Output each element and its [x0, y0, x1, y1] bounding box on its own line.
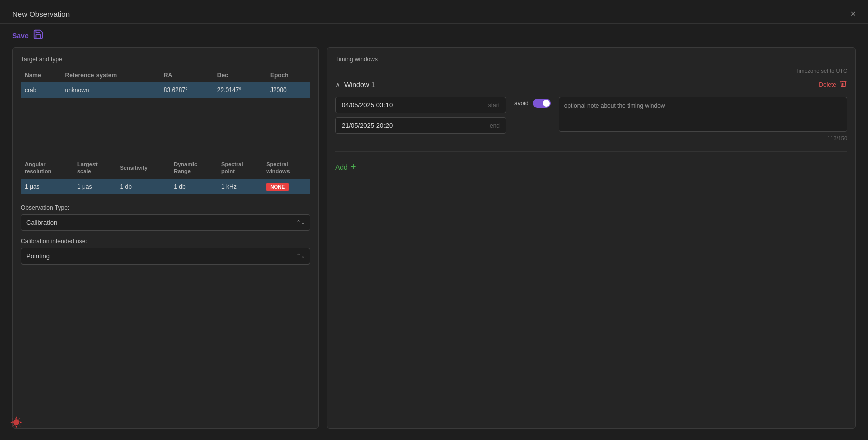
timezone-label: Timezone set to UTC: [335, 68, 847, 74]
end-datetime-value: 21/05/2025 20:20: [342, 122, 393, 129]
cap-dynamic: 1 db: [170, 179, 217, 194]
table-row[interactable]: crab unknown 83.6287° 22.0147° J2000: [21, 82, 310, 98]
svg-point-0: [13, 419, 19, 425]
col-dynamic: Dynamic Range: [170, 158, 217, 179]
end-label: end: [490, 122, 500, 129]
target-table: Name Reference system RA Dec Epoch crab …: [21, 69, 310, 98]
target-dec: 22.0147°: [213, 82, 266, 98]
start-datetime-field[interactable]: 04/05/2025 03:10 start: [335, 97, 506, 113]
target-epoch: J2000: [266, 82, 310, 98]
cap-spectral-point: 1 kHz: [217, 179, 262, 194]
main-content: Target and type Name Reference system RA…: [0, 47, 868, 437]
start-datetime-value: 04/05/2025 03:10: [342, 101, 393, 109]
char-count: 113/150: [559, 135, 847, 141]
col-angular: Angular resolution: [21, 158, 73, 179]
cap-largest: 1 μas: [73, 179, 116, 194]
calibration-use-select[interactable]: Pointing Bandpass Flux Phase: [21, 248, 310, 265]
cap-sensitivity: 1 db: [116, 179, 170, 194]
col-spectral-windows: Spectral windows: [262, 158, 310, 179]
note-textarea[interactable]: optional note about the timing window: [559, 97, 847, 132]
observation-type-wrapper: Calibration Science Technical ⌃⌄: [21, 214, 310, 231]
table-row[interactable]: 1 μas 1 μas 1 db 1 db 1 kHz NONE: [21, 179, 310, 194]
observation-type-label: Observation Type:: [21, 204, 310, 211]
window-title-area: ∧ Window 1: [335, 81, 375, 89]
add-timing-window-button[interactable]: Add +: [335, 152, 847, 172]
app-logo: [8, 414, 24, 432]
note-column: optional note about the timing window 11…: [559, 97, 847, 141]
target-ref: unknown: [61, 82, 159, 98]
avoid-column: avoid: [514, 97, 551, 108]
plus-icon: +: [351, 162, 356, 172]
add-label: Add: [335, 163, 348, 171]
save-icon[interactable]: [33, 29, 44, 42]
calibration-use-wrapper: Pointing Bandpass Flux Phase ⌃⌄: [21, 248, 310, 265]
dialog-title-bar: New Observation ×: [0, 0, 868, 24]
right-panel: Timing windows Timezone set to UTC ∧ Win…: [327, 47, 856, 429]
col-epoch: Epoch: [266, 69, 310, 82]
col-largest: Largest scale: [73, 158, 116, 179]
save-label[interactable]: Save: [12, 32, 29, 40]
calibration-use-label: Calibration intended use:: [21, 238, 310, 245]
trash-icon: [839, 80, 847, 90]
col-dec: Dec: [213, 69, 266, 82]
avoid-row: avoid: [514, 99, 551, 108]
end-datetime-field[interactable]: 21/05/2025 20:20 end: [335, 117, 506, 134]
delete-label: Delete: [819, 81, 836, 89]
col-spectral-point: Spectral point: [217, 158, 262, 179]
delete-button[interactable]: Delete: [819, 80, 847, 90]
dialog-title: New Observation: [12, 10, 70, 18]
none-badge: NONE: [266, 183, 289, 191]
logo-icon: [8, 414, 24, 430]
observation-type-select[interactable]: Calibration Science Technical: [21, 214, 310, 231]
col-ref: Reference system: [61, 69, 159, 82]
col-sensitivity: Sensitivity: [116, 158, 170, 179]
avoid-toggle[interactable]: [533, 99, 551, 108]
start-label: start: [488, 102, 500, 109]
capabilities-table: Angular resolution Largest scale Sensiti…: [21, 158, 310, 194]
cap-spectral-windows: NONE: [262, 179, 310, 194]
toolbar: Save: [0, 24, 868, 47]
col-ra: RA: [160, 69, 213, 82]
left-panel: Target and type Name Reference system RA…: [12, 47, 319, 429]
close-button[interactable]: ×: [850, 9, 856, 18]
window-header: ∧ Window 1 Delete: [335, 80, 847, 90]
target-name: crab: [21, 82, 61, 98]
datetime-column: 04/05/2025 03:10 start 21/05/2025 20:20 …: [335, 97, 506, 134]
target-section-title: Target and type: [21, 56, 310, 63]
col-name: Name: [21, 69, 61, 82]
timing-window-1: ∧ Window 1 Delete: [335, 80, 847, 152]
window-body: 04/05/2025 03:10 start 21/05/2025 20:20 …: [335, 97, 847, 141]
observation-type-section: Observation Type: Calibration Science Te…: [21, 204, 310, 265]
window-title: Window 1: [344, 81, 375, 89]
timing-section-title: Timing windows: [335, 56, 847, 63]
chevron-up-icon[interactable]: ∧: [335, 81, 340, 89]
avoid-label: avoid: [514, 100, 529, 107]
target-ra: 83.6287°: [160, 82, 213, 98]
cap-angular: 1 μas: [21, 179, 73, 194]
